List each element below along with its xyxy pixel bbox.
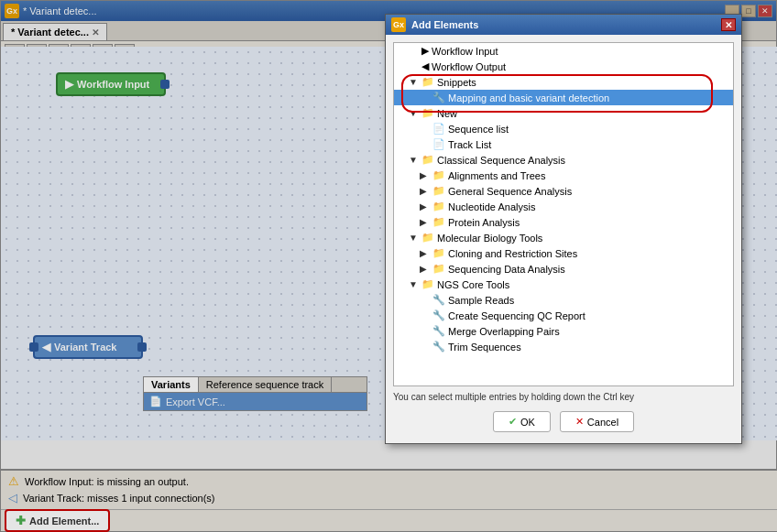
tree-icon-6: 📄: [432, 123, 445, 135]
tree-icon-4: 🔧: [432, 92, 445, 103]
tree-label-2: Workflow Output: [432, 61, 506, 72]
tree-item-protein[interactable]: ▶ 📁 Protein Analysis: [394, 214, 733, 230]
cancel-button[interactable]: ✕ Cancel: [560, 411, 634, 432]
tree-label-3: Snippets: [437, 77, 476, 88]
tree-icon-2: ◀: [421, 60, 429, 72]
tree-item-alignments[interactable]: ▶ 📁 Alignments and Trees: [394, 168, 733, 183]
dialog-close-button[interactable]: ✕: [721, 18, 736, 31]
tree-label-16: NGS Core Tools: [437, 279, 509, 290]
tree-toggle-16: ▼: [409, 279, 420, 289]
tree-toggle-10: ▶: [420, 186, 431, 196]
tree-item-ngs[interactable]: ▼ 📁 NGS Core Tools: [394, 277, 733, 292]
tree-icon-17: 🔧: [432, 294, 445, 306]
tree-label-11: Nucleotide Analysis: [448, 201, 535, 212]
tree-label-5: New: [437, 108, 457, 119]
cancel-label: Cancel: [587, 417, 618, 428]
tree-item-nucleotide[interactable]: ▶ 📁 Nucleotide Analysis: [394, 199, 733, 214]
tree-icon-8: 📁: [421, 154, 434, 166]
tree-item-cloning[interactable]: ▶ 📁 Cloning and Restriction Sites: [394, 245, 733, 261]
tree-item-merge-pairs[interactable]: 🔧 Merge Overlapping Pairs: [394, 323, 733, 339]
add-elements-dialog: Gx Add Elements ✕ ▶ Workflow Input ◀ Wor…: [385, 14, 742, 444]
tree-item-molbio[interactable]: ▼ 📁 Molecular Biology Tools: [394, 230, 733, 245]
dialog-title-text: Add Elements: [411, 19, 721, 30]
tree-icon-10: 📁: [432, 185, 445, 197]
tree-label-20: Trim Sequences: [448, 342, 521, 353]
dialog-icon: Gx: [391, 17, 406, 32]
tree-icon-12: 📁: [432, 216, 445, 228]
tree-item-workflow-input[interactable]: ▶ Workflow Input: [394, 43, 733, 59]
tree-icon-18: 🔧: [432, 309, 445, 321]
tree-label-17: Sample Reads: [448, 295, 514, 306]
tree-toggle-3: ▼: [409, 77, 420, 87]
tree-icon-9: 📁: [432, 169, 445, 181]
tree-item-classical[interactable]: ▼ 📁 Classical Sequence Analysis: [394, 152, 733, 168]
tree-label-6: Sequence list: [448, 124, 509, 135]
tree-icon-7: 📄: [432, 138, 445, 150]
tree-item-mapping[interactable]: 🔧 Mapping and basic variant detection: [394, 90, 733, 105]
tree-icon-3: 📁: [421, 76, 434, 88]
tree-toggle-14: ▶: [420, 248, 431, 258]
tree-label-9: Alignments and Trees: [448, 170, 545, 181]
tree-label-18: Create Sequencing QC Report: [448, 310, 585, 321]
tree-icon-16: 📁: [421, 278, 434, 290]
tree-icon-15: 📁: [432, 263, 445, 275]
tree-icon-5: 📁: [421, 107, 434, 119]
tree-toggle-13: ▼: [409, 233, 420, 243]
snippets-group: ▼ 📁 Snippets 🔧 Mapping and basic variant…: [394, 74, 733, 105]
tree-container[interactable]: ▶ Workflow Input ◀ Workflow Output ▼ 📁 S…: [393, 42, 734, 386]
tree-item-sample-reads[interactable]: 🔧 Sample Reads: [394, 292, 733, 308]
tree-icon-19: 🔧: [432, 325, 445, 337]
tree-toggle-11: ▶: [420, 201, 431, 212]
tree-label-12: Protein Analysis: [448, 217, 520, 228]
tree-icon-20: 🔧: [432, 341, 445, 353]
tree-label-10: General Sequence Analysis: [448, 186, 572, 197]
tree-icon: ▶: [421, 45, 429, 57]
dialog-title-bar: Gx Add Elements ✕: [386, 15, 741, 35]
tree-icon-14: 📁: [432, 247, 445, 259]
ok-label: OK: [520, 417, 535, 428]
tree-icon-11: 📁: [432, 201, 445, 212]
tree-item-trim-seq[interactable]: 🔧 Trim Sequences: [394, 339, 733, 354]
ok-icon: ✔: [509, 416, 517, 428]
tree-label-8: Classical Sequence Analysis: [437, 155, 565, 166]
tree-item-sequence-list[interactable]: 📄 Sequence list: [394, 121, 733, 136]
tree-toggle-5: ▼: [409, 108, 420, 118]
tree-toggle-9: ▶: [420, 170, 431, 180]
tree-item-workflow-output[interactable]: ◀ Workflow Output: [394, 59, 733, 74]
cancel-icon: ✕: [575, 416, 584, 428]
tree-label-13: Molecular Biology Tools: [437, 233, 542, 244]
tree-item-general-seq[interactable]: ▶ 📁 General Sequence Analysis: [394, 183, 733, 199]
tree-item-seqdata[interactable]: ▶ 📁 Sequencing Data Analysis: [394, 261, 733, 277]
tree-toggle-15: ▶: [420, 264, 431, 274]
tree-label-15: Sequencing Data Analysis: [448, 264, 565, 275]
tree-label: Workflow Input: [432, 46, 498, 57]
tree-label-7: Track List: [448, 139, 491, 150]
dialog-hint: You can select multiple entries by holdi…: [393, 392, 734, 402]
tree-item-track-list[interactable]: 📄 Track List: [394, 136, 733, 152]
tree-label-4: Mapping and basic variant detection: [448, 92, 609, 103]
tree-toggle-8: ▼: [409, 155, 420, 165]
dialog-body: ▶ Workflow Input ◀ Workflow Output ▼ 📁 S…: [386, 35, 741, 443]
dialog-buttons: ✔ OK ✕ Cancel: [393, 407, 734, 436]
ok-button[interactable]: ✔ OK: [493, 411, 551, 432]
tree-item-new[interactable]: ▼ 📁 New: [394, 105, 733, 121]
tree-icon-13: 📁: [421, 232, 434, 244]
tree-item-snippets[interactable]: ▼ 📁 Snippets: [394, 74, 733, 90]
tree-item-create-qc[interactable]: 🔧 Create Sequencing QC Report: [394, 308, 733, 323]
tree-label-14: Cloning and Restriction Sites: [448, 248, 577, 259]
tree-label-19: Merge Overlapping Pairs: [448, 326, 560, 337]
tree-toggle-12: ▶: [420, 217, 431, 227]
